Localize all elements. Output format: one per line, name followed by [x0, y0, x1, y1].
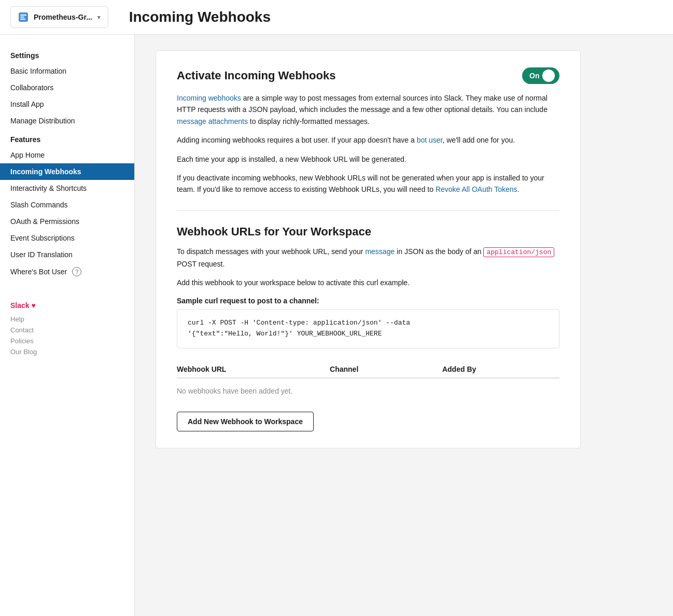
sidebar-item-collaborators[interactable]: Collaborators [0, 79, 134, 96]
sidebar-footer: Slack ♥ Help Contact Policies Our Blog [0, 296, 134, 362]
curl-code-line2: '{"text":"Hello, World!"}' YOUR_WEBHOOK_… [188, 329, 549, 340]
app-selector[interactable]: Prometheus-Gr... ▼ [10, 6, 108, 28]
sidebar-item-event-subscriptions[interactable]: Event Subscriptions [0, 230, 134, 246]
webhook-dispatch-description: To dispatch messages with your webhook U… [177, 246, 559, 270]
app-name-label: Prometheus-Gr... [34, 13, 92, 21]
footer-link-our-blog[interactable]: Our Blog [10, 346, 124, 357]
activate-section-title: Activate Incoming Webhooks [177, 69, 335, 82]
bot-user-link[interactable]: bot user [417, 136, 443, 144]
footer-link-contact[interactable]: Contact [10, 325, 124, 335]
add-webhook-info: Add this webhook to your workspace below… [177, 277, 559, 288]
table-row-empty: No webhooks have been added yet. [177, 378, 559, 403]
sidebar-item-manage-distribution[interactable]: Manage Distribution [0, 113, 134, 129]
table-header-added-by: Added By [432, 361, 559, 378]
sample-curl-label: Sample curl request to post to a channel… [177, 297, 559, 305]
sidebar-item-user-id-translation[interactable]: User ID Translation [0, 246, 134, 263]
sidebar-item-incoming-webhooks[interactable]: Incoming Webhooks [0, 163, 134, 180]
svg-rect-1 [20, 15, 26, 16]
webhook-urls-section-title: Webhook URLs for Your Workspace [177, 225, 559, 239]
add-webhook-button[interactable]: Add New Webhook to Workspace [177, 412, 314, 431]
table-header-webhook-url: Webhook URL [177, 361, 319, 378]
svg-rect-3 [20, 19, 25, 20]
footer-link-help[interactable]: Help [10, 314, 124, 325]
activate-section-header: Activate Incoming Webhooks On [177, 67, 559, 84]
activate-description-3: Each time your app is installed, a new W… [177, 153, 559, 165]
sidebar-item-install-app[interactable]: Install App [0, 96, 134, 113]
incoming-webhooks-link[interactable]: Incoming webhooks [177, 94, 241, 102]
top-bar: Prometheus-Gr... ▼ Incoming Webhooks [0, 0, 673, 35]
curl-code-line1: curl -X POST -H 'Content-type: applicati… [188, 318, 549, 329]
sidebar-item-oauth-permissions[interactable]: OAuth & Permissions [0, 213, 134, 230]
activate-description-4: If you deactivate incoming webhooks, new… [177, 172, 559, 195]
sidebar-item-interactivity-shortcuts[interactable]: Interactivity & Shortcuts [0, 180, 134, 197]
app-icon [17, 11, 30, 23]
sidebar-item-wheres-bot-user[interactable]: Where's Bot User ? [0, 263, 134, 281]
sidebar-item-basic-information[interactable]: Basic Information [0, 63, 134, 79]
content-area: Activate Incoming Webhooks On Incoming w… [135, 35, 673, 616]
page-title: Incoming Webhooks [129, 9, 271, 25]
application-json-code: application/json [483, 247, 554, 257]
section-divider [177, 210, 559, 211]
svg-rect-2 [20, 17, 24, 18]
no-webhooks-text: No webhooks have been added yet. [177, 378, 559, 403]
curl-code-block: curl -X POST -H 'Content-type: applicati… [177, 309, 559, 348]
message-attachments-link[interactable]: message attachments [177, 117, 248, 125]
activate-description-1: Incoming webhooks are a simple way to po… [177, 92, 559, 127]
footer-link-policies[interactable]: Policies [10, 335, 124, 346]
toggle-on-label: On [529, 72, 539, 80]
settings-section-label: Settings [0, 45, 134, 63]
toggle-knob [542, 69, 555, 82]
activate-description-2: Adding incoming webhooks requires a bot … [177, 134, 559, 146]
features-section-label: Features [0, 129, 134, 147]
help-circle-icon: ? [72, 267, 81, 276]
sidebar-item-slash-commands[interactable]: Slash Commands [0, 197, 134, 213]
table-header-channel: Channel [319, 361, 432, 378]
slack-heart-label: Slack ♥ [10, 301, 124, 310]
webhook-table: Webhook URL Channel Added By No webhooks… [177, 361, 559, 403]
sidebar: Settings Basic Information Collaborators… [0, 35, 135, 616]
revoke-tokens-link[interactable]: Revoke All OAuth Tokens. [436, 185, 520, 193]
chevron-down-icon: ▼ [96, 15, 102, 20]
message-link[interactable]: message [365, 247, 395, 256]
activate-toggle[interactable]: On [522, 67, 559, 84]
content-card: Activate Incoming Webhooks On Incoming w… [156, 50, 581, 449]
sidebar-item-app-home[interactable]: App Home [0, 147, 134, 163]
